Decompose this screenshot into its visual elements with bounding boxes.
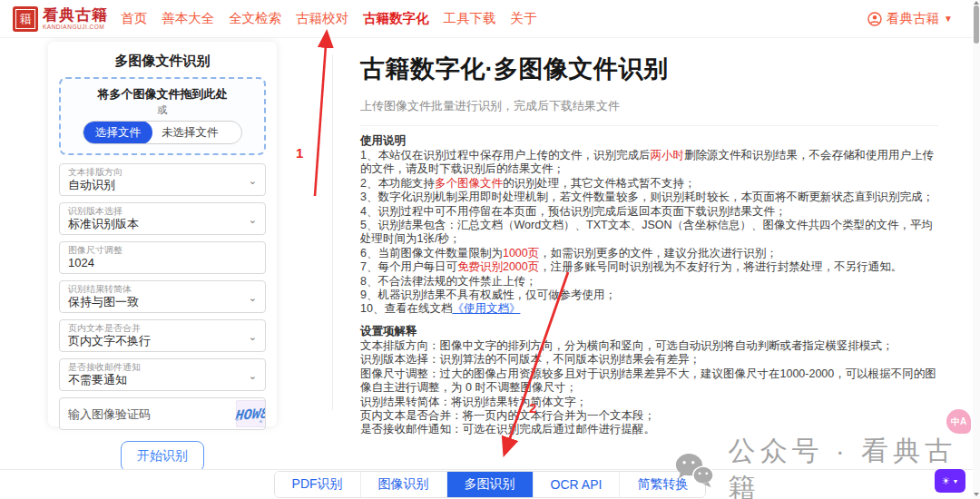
select-field[interactable]: 识别版本选择标准识别版本⌄ — [59, 202, 266, 235]
page-title: 古籍数字化·多图像文件识别 — [360, 53, 938, 85]
usage-item: 4、识别过程中可不用停留在本页面，预估识别完成后返回本页面下载识别结果文件； — [360, 205, 938, 219]
usage-list: 1、本站仅在识别过程中保存用户上传的文件，识别完成后两小时删除源文件和识别结果，… — [360, 149, 938, 317]
usage-title: 使用说明 — [360, 133, 938, 149]
nav-item[interactable]: 工具下载 — [444, 10, 496, 27]
usage-item: 10、查看在线文档《使用文档》 — [360, 302, 938, 316]
chevron-down-icon: ⌄ — [249, 370, 257, 382]
captcha-row: HOW8WP — [59, 397, 266, 430]
chevron-down-icon: ⌄ — [249, 331, 257, 343]
nav-item[interactable]: 古籍校对 — [296, 10, 348, 27]
nav-item[interactable]: 古籍数字化 — [363, 10, 429, 27]
theme-toggle-button[interactable]: ☀ ▼ — [935, 469, 965, 493]
settings-item: 是否接收邮件通知：可选在识别完成后通过邮件进行提醒。 — [360, 423, 938, 436]
nav-item[interactable]: 善本大全 — [162, 10, 214, 27]
chevron-down-icon: ⌄ — [249, 292, 257, 304]
captcha-input[interactable] — [60, 407, 236, 421]
usage-item: 9、机器识别结果不具有权威性，仅可做参考使用； — [360, 289, 938, 302]
chevron-down-icon: ▼ — [952, 478, 958, 484]
sun-icon: ☀ — [942, 475, 951, 487]
tab-group: PDF识别图像识别多图识别OCR API简繁转换 — [274, 471, 707, 498]
scroll-up-arrow[interactable] — [974, 1, 979, 5]
field-value: 不需要通知 — [68, 373, 257, 387]
usage-item: 1、本站仅在识别过程中保存用户上传的文件，识别完成后两小时删除源文件和识别结果，… — [360, 149, 938, 177]
tab-PDF识别[interactable]: PDF识别 — [275, 472, 361, 497]
dropzone-hint: 将多个图像文件拖到此处 — [68, 86, 257, 103]
highlight-text: 两小时 — [650, 149, 684, 161]
logo-seal-icon: 籍 — [13, 6, 38, 32]
settings-item: 识别结果转简体：将识别结果转为简体文字； — [360, 396, 938, 409]
logo-subtitle: KANDIANGUJI.COM — [43, 24, 108, 31]
vertical-divider — [332, 54, 333, 410]
scroll-down-arrow[interactable] — [974, 493, 979, 496]
settings-item: 识别版本选择：识别算法的不同版本，不同版本识别结果会有差异； — [360, 353, 938, 367]
input-field[interactable]: 图像尺寸调整1024 — [59, 241, 266, 274]
select-field[interactable]: 页内文本是否合并页内文字不换行⌄ — [59, 319, 266, 352]
top-navbar: 籍 看典古籍 KANDIANGUJI.COM 首页善本大全全文检索古籍校对古籍数… — [0, 0, 980, 38]
user-avatar-icon — [867, 12, 882, 26]
scrollbar-thumb[interactable] — [974, 5, 979, 44]
nav-menu: 首页善本大全全文检索古籍校对古籍数字化工具下载关于 — [121, 10, 537, 27]
select-field[interactable]: 是否接收邮件通知不需要通知⌄ — [59, 358, 266, 391]
recognition-form-panel: 多图像文件识别 将多个图像文件拖到此处 或 选择文件 未选择文件 文本排版方向自… — [48, 42, 277, 426]
field-value: 页内文字不换行 — [68, 334, 257, 348]
page-subtitle: 上传图像文件批量进行识别，完成后下载结果文件 — [360, 98, 938, 114]
select-field[interactable]: 文本排版方向自动识别⌄ — [59, 163, 266, 196]
field-label: 页内文本是否合并 — [68, 323, 257, 334]
file-input[interactable]: 选择文件 未选择文件 — [83, 121, 242, 144]
field-label: 文本排版方向 — [68, 167, 257, 178]
highlight-text: 1000页 — [503, 247, 539, 259]
usage-item: 5、识别结果包含：汇总文档（Word文档）、TXT文本、JSON（含坐标信息）、… — [360, 219, 938, 247]
nav-item[interactable]: 关于 — [511, 10, 537, 27]
field-label: 图像尺寸调整 — [68, 245, 257, 256]
dropzone-or-label: 或 — [68, 103, 257, 117]
tab-简繁转换[interactable]: 简繁转换 — [620, 472, 705, 497]
file-dropzone[interactable]: 将多个图像文件拖到此处 或 选择文件 未选择文件 — [59, 77, 266, 155]
site-logo[interactable]: 籍 看典古籍 KANDIANGUJI.COM — [13, 6, 108, 32]
tab-多图识别[interactable]: 多图识别 — [447, 472, 534, 497]
form-fields: 文本排版方向自动识别⌄识别版本选择标准识别版本⌄图像尺寸调整1024识别结果转简… — [59, 163, 266, 391]
nav-item[interactable]: 全文检索 — [229, 10, 281, 27]
chevron-down-icon: ⌄ — [249, 175, 257, 187]
usage-item: 6、当前图像文件数量限制为1000页，如需识别更多的文件，建议分批次进行识别； — [360, 247, 938, 260]
nav-item[interactable]: 首页 — [121, 10, 147, 27]
settings-item: 文本排版方向：图像中文字的排列方向，分为横向和竖向，可选自动识别将自动判断或者指… — [360, 339, 938, 353]
horizontal-divider — [360, 125, 938, 126]
settings-item: 图像尺寸调整：过大的图像占用资源较多且对于识别结果差异不大，建议图像尺寸在100… — [360, 367, 938, 396]
field-label: 是否接收邮件通知 — [68, 362, 257, 373]
translate-button[interactable]: 中A — [946, 409, 971, 434]
user-name: 看典古籍 — [887, 10, 939, 27]
field-value: 标准识别版本 — [68, 217, 257, 231]
usage-item: 7、每个用户每日可免费识别2000页，注册多账号同时识别视为不友好行为，将进行封… — [360, 260, 938, 274]
choose-file-button[interactable]: 选择文件 — [83, 121, 152, 144]
field-value: 保持与图一致 — [68, 295, 257, 309]
chevron-down-icon: ⌄ — [249, 214, 257, 226]
select-field[interactable]: 识别结果转简体保持与图一致⌄ — [59, 280, 266, 313]
field-label: 识别版本选择 — [68, 206, 257, 217]
field-value: 自动识别 — [68, 178, 257, 192]
annotation-arrow-1 — [315, 33, 327, 196]
captcha-image[interactable]: HOW8WP — [236, 400, 266, 427]
highlight-text: 多个图像文件 — [435, 177, 503, 190]
usage-item: 8、不合法律法规的文件禁止上传； — [360, 275, 938, 289]
logo-title: 看典古籍 — [43, 7, 108, 23]
annotation-label-1: 1 — [296, 145, 303, 161]
user-menu[interactable]: 看典古籍 ▼ — [867, 10, 953, 27]
doc-link[interactable]: 《使用文档》 — [452, 302, 520, 315]
settings-list: 文本排版方向：图像中文字的排列方向，分为横向和竖向，可选自动识别将自动判断或者指… — [360, 339, 938, 437]
start-recognition-button[interactable]: 开始识别 — [121, 441, 204, 472]
usage-item: 3、数字化识别机制采用即时处理机制，若文件数量较多，则识别耗时较长，本页面将不断… — [360, 191, 938, 204]
settings-item: 页内文本是否合并：将一页内的文本行合并为一个文本段； — [360, 409, 938, 423]
field-label: 识别结果转简体 — [68, 284, 257, 295]
form-title: 多图像文件识别 — [59, 53, 266, 70]
chevron-down-icon: ▼ — [944, 14, 953, 24]
usage-item: 2、本功能支持多个图像文件的识别处理，其它文件格式暂不支持； — [360, 177, 938, 191]
tab-OCR API[interactable]: OCR API — [534, 472, 621, 497]
translate-icon: 中A — [951, 416, 966, 428]
main-content: 古籍数字化·多图像文件识别 上传图像文件批量进行识别，完成后下载结果文件 使用说… — [360, 53, 938, 437]
settings-title: 设置项解释 — [360, 324, 938, 339]
page-scrollbar[interactable] — [973, 0, 980, 499]
tab-图像识别[interactable]: 图像识别 — [361, 472, 447, 497]
bottom-tab-bar: PDF识别图像识别多图识别OCR API简繁转换 — [0, 469, 980, 499]
field-value: 1024 — [68, 256, 257, 270]
highlight-text: 免费识别2000页 — [457, 260, 539, 273]
